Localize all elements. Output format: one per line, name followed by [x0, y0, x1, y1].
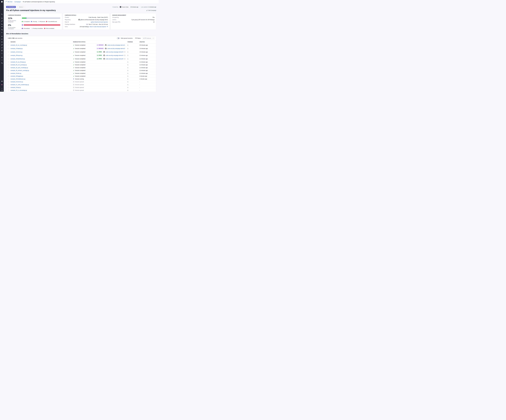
findings-count: 1 [127, 61, 140, 63]
session-link[interactable]: example_18_wc_count/app.py [11, 44, 27, 46]
user-avatar[interactable] [0, 83, 3, 86]
session-link[interactable]: example_42/dashboard.py [11, 58, 25, 59]
session-link[interactable]: example_45/export.py [11, 55, 22, 56]
check-icon [73, 61, 74, 63]
session-link[interactable]: example_02/api.py [11, 87, 21, 88]
pr-link[interactable]: code-security-campaign-demo#5 [106, 58, 123, 59]
pr-link[interactable]: code-security-campaign-demo#2 [107, 48, 125, 49]
row-checkbox[interactable] [8, 87, 9, 88]
row-checkbox[interactable] [8, 64, 9, 66]
session-link[interactable]: example_45_whoami_user/app.py [11, 70, 29, 71]
session-link[interactable]: example_01/service.py [11, 81, 23, 83]
row-checkbox[interactable] [8, 70, 9, 71]
session-link[interactable]: example_11/server.py [11, 51, 22, 53]
session-link[interactable]: example_01_echo_header/app.py [11, 84, 29, 85]
row-checkbox[interactable] [8, 58, 9, 59]
ci-pipelines-link-icon[interactable] [0, 46, 3, 49]
pending-clock-icon [124, 55, 126, 56]
repository-label: Repository [65, 19, 71, 20]
last-updated-label: Last updated: [141, 6, 148, 8]
session-link[interactable]: example_47/deploy.py [11, 48, 23, 49]
status-label: Session completed [75, 64, 85, 66]
legend-item: 95 Not remediated [44, 27, 54, 29]
queued-clock-icon [73, 84, 74, 85]
created-time: 11 minutes ago [140, 70, 156, 71]
logs-icon[interactable] [0, 41, 3, 44]
row-checkbox[interactable] [8, 44, 9, 46]
bits-ai-sparkles-icon[interactable] [0, 20, 3, 23]
pr-link[interactable]: code-security-campaign-demo#4 [106, 55, 123, 56]
table-row: example_42/dashboard.py Session complete… [6, 57, 156, 61]
repository-value[interactable]: github.com/kassenq/code-security-campaig… [80, 19, 108, 20]
watchdog-icon[interactable] [0, 25, 3, 28]
cloud-cost-icon[interactable] [0, 38, 3, 41]
history-icon[interactable] [0, 17, 3, 20]
error-tracking-bug-icon[interactable] [0, 56, 3, 59]
row-checkbox[interactable] [8, 55, 9, 56]
hide-queued-toggle[interactable] [117, 38, 120, 39]
table-row: example_49/logging.py Session completed [6, 75, 156, 78]
help-button[interactable]: ? Help [0, 87, 4, 91]
edit-campaign-button[interactable]: Edit Campaign [146, 10, 156, 11]
apm-bolt-icon[interactable] [0, 31, 3, 34]
to-fix-count: 100 total findings [80, 26, 89, 27]
session-link[interactable]: example_28_npm_install/app.py [11, 67, 28, 68]
sessions-progress-bar [22, 18, 60, 19]
row-checkbox[interactable] [8, 81, 9, 82]
status-label: Session completed [75, 73, 85, 74]
row-checkbox[interactable] [8, 67, 9, 68]
select-all-checkbox[interactable] [8, 41, 9, 43]
help-icon: ? [1, 88, 2, 89]
breadcrumb-product[interactable]: Bits Dev [8, 1, 13, 3]
findings-caption: of 100 findings remediated [8, 27, 21, 29]
row-checkbox[interactable] [8, 90, 9, 91]
llm-observability-icon[interactable] [0, 52, 3, 55]
breadcrumb-campaigns[interactable]: Campaigns [14, 1, 21, 3]
session-link[interactable]: example_02_ls_concat/app.py [11, 90, 27, 91]
datadog-logo[interactable] [1, 1, 3, 3]
row-checkbox[interactable] [8, 61, 9, 63]
status-label: Session completed [75, 48, 85, 49]
pr-status-select[interactable]: All PR statuses▼ [142, 37, 154, 39]
status-label: Session completed [75, 75, 85, 77]
row-checkbox[interactable] [8, 48, 9, 49]
dashboards-icon[interactable] [0, 44, 3, 46]
audit-trail-icon[interactable] [0, 62, 3, 65]
rule-id-link[interactable]: python-flask/command-injection [91, 21, 108, 23]
status-label: Session completed [75, 67, 85, 68]
row-checkbox[interactable] [8, 51, 9, 52]
monitors-gauge-icon[interactable] [0, 59, 3, 62]
service-catalog-layers-icon[interactable] [0, 28, 3, 31]
findings-count: 1 [127, 78, 140, 80]
metrics-chart-icon[interactable] [0, 23, 3, 25]
session-link[interactable]: example_49/logging.py [11, 75, 23, 77]
row-checkbox[interactable] [8, 75, 9, 77]
row-checkbox[interactable] [8, 78, 9, 80]
session-link[interactable]: example_03_cat_file/app.py [11, 61, 26, 63]
row-checkbox[interactable] [8, 84, 9, 85]
session-link[interactable]: example_06_curl_post/app.py [11, 64, 27, 66]
sessions-heading: Bits AI Remediation Sessions [6, 33, 156, 35]
pr-link[interactable]: code-security-campaign-demo#1 [107, 44, 125, 46]
pr-link[interactable]: code-security-campaign-demo#3 [106, 51, 123, 53]
actions-button[interactable]: Actions▼ [18, 6, 26, 8]
search-icon[interactable] [0, 13, 3, 16]
status-label: Session completed [75, 44, 85, 46]
security-shield-icon[interactable] [0, 49, 3, 52]
external-link-icon [107, 26, 108, 27]
session-link[interactable]: example_03/utils.py [11, 73, 21, 74]
created-time: 13 minutes ago [140, 51, 156, 53]
session-link[interactable]: example_25/middleware.py [11, 78, 25, 80]
created-time: 2 minutes ago [140, 78, 156, 80]
legend-item: 2 Remediated [22, 27, 30, 29]
infrastructure-hexagons-icon[interactable] [0, 35, 3, 38]
integrations-puzzle-icon[interactable] [0, 80, 3, 83]
created-time: 11 minutes ago [140, 73, 156, 74]
bits-ai-sparkle-icon [5, 1, 7, 3]
check-icon [73, 58, 74, 59]
code-security-explorer-link[interactable]: View in Code Security Explorer [89, 26, 106, 27]
creator-pill[interactable]: Kassen Qian [119, 6, 130, 8]
table-row: example_02/api.py Session queued [6, 86, 156, 89]
row-checkbox[interactable] [8, 73, 9, 74]
findings-count: 1 [127, 67, 140, 68]
